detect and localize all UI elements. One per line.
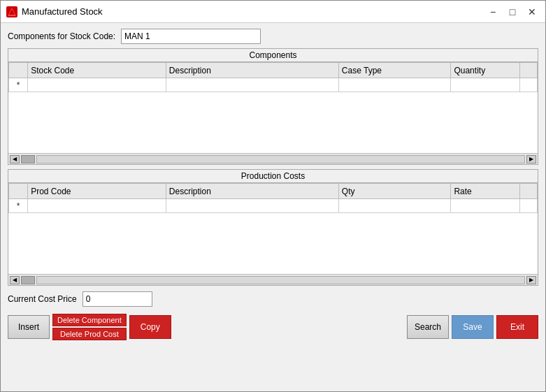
prod-col-qty: Qty [338, 184, 451, 199]
minimize-button[interactable]: − [485, 4, 501, 20]
copy-button[interactable]: Copy [129, 315, 171, 339]
components-section: Components Stock Code [8, 48, 538, 165]
insert-button[interactable]: Insert [8, 315, 50, 339]
production-scroll-right[interactable]: ▶ [526, 276, 536, 284]
components-new-row: * [9, 78, 538, 92]
prod-col-indicator [9, 184, 28, 199]
cost-price-label: Current Cost Price [8, 294, 77, 304]
prod-col-extra [520, 184, 538, 199]
stock-code-row: Components for Stock Code: [8, 29, 538, 44]
components-extra-cell [520, 78, 538, 92]
components-scroll-area: Stock Code Description Case Type Quantit… [8, 62, 538, 153]
stock-code-input[interactable] [121, 29, 261, 44]
production-scroll-track[interactable] [36, 276, 525, 284]
components-stockcode-cell[interactable] [28, 78, 166, 92]
prod-extra-cell [520, 199, 538, 213]
main-window: Manufactured Stock − □ ✕ Components for … [0, 0, 546, 392]
prod-rate-cell[interactable] [451, 199, 520, 213]
production-scroll-thumb[interactable] [21, 276, 35, 284]
production-costs-title: Production Costs [8, 170, 538, 183]
prod-col-prodcode: Prod Code [28, 184, 166, 199]
components-row-indicator: * [9, 78, 28, 92]
components-col-quantity: Quantity [451, 63, 520, 78]
components-scrollbar: ◀ ▶ [8, 153, 538, 164]
button-bar: Insert Delete Component Delete Prod Cost… [8, 311, 538, 343]
prod-col-description: Description [166, 184, 338, 199]
prod-qty-cell[interactable] [338, 199, 451, 213]
exit-button[interactable]: Exit [496, 315, 538, 339]
production-scroll-left[interactable]: ◀ [10, 276, 20, 284]
components-title: Components [8, 49, 538, 62]
app-icon [6, 6, 17, 17]
components-table: Stock Code Description Case Type Quantit… [8, 62, 538, 92]
production-row-indicator: * [9, 199, 28, 213]
production-new-row: * [9, 199, 538, 213]
title-bar: Manufactured Stock − □ ✕ [1, 1, 545, 23]
cost-price-row: Current Cost Price [8, 291, 538, 307]
components-scroll-track[interactable] [36, 155, 525, 164]
components-col-casetype: Case Type [338, 63, 451, 78]
delete-buttons-group: Delete Component Delete Prod Cost [52, 314, 127, 340]
cost-price-input[interactable] [82, 291, 152, 307]
search-button[interactable]: Search [407, 315, 449, 339]
components-scroll-thumb[interactable] [21, 155, 35, 164]
delete-prod-cost-button[interactable]: Delete Prod Cost [52, 328, 127, 340]
components-col-extra [520, 63, 538, 78]
components-casetype-cell[interactable] [338, 78, 451, 92]
components-col-description: Description [166, 63, 338, 78]
prod-description-cell[interactable] [166, 199, 338, 213]
maximize-button[interactable]: □ [505, 4, 520, 20]
save-button[interactable]: Save [452, 315, 494, 339]
prod-prodcode-cell[interactable] [28, 199, 166, 213]
components-scroll-right[interactable]: ▶ [526, 155, 536, 164]
components-quantity-cell[interactable] [451, 78, 520, 92]
delete-component-button[interactable]: Delete Component [52, 314, 127, 326]
production-costs-section: Production Costs Prod Code [8, 169, 538, 286]
production-scroll-area: Prod Code Description Qty Rate * [8, 183, 538, 274]
production-table: Prod Code Description Qty Rate * [8, 183, 538, 213]
components-col-indicator [9, 63, 28, 78]
window-title: Manufactured Stock [22, 6, 485, 17]
components-description-cell[interactable] [166, 78, 338, 92]
window-controls: − □ ✕ [485, 4, 540, 20]
content-area: Components for Stock Code: Components [1, 23, 545, 391]
stock-code-label: Components for Stock Code: [8, 31, 115, 41]
production-scrollbar: ◀ ▶ [8, 274, 538, 285]
components-col-stockcode: Stock Code [28, 63, 166, 78]
close-button[interactable]: ✕ [524, 4, 540, 20]
components-scroll-left[interactable]: ◀ [10, 155, 20, 164]
prod-col-rate: Rate [451, 184, 520, 199]
